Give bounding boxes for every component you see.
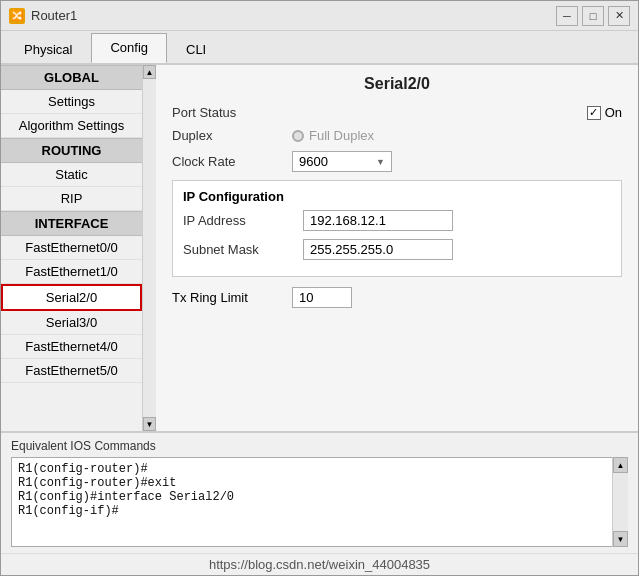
sidebar-item-static[interactable]: Static — [1, 163, 142, 187]
subnet-mask-input[interactable] — [303, 239, 453, 260]
full-duplex-radio[interactable]: Full Duplex — [292, 128, 374, 143]
window-controls: ─ □ ✕ — [556, 6, 630, 26]
sidebar-item-serial30[interactable]: Serial3/0 — [1, 311, 142, 335]
console-line-2: R1(config-router)#exit — [18, 476, 607, 490]
equiv-ios-label: Equivalent IOS Commands — [11, 439, 628, 453]
radio-dot-icon — [292, 130, 304, 142]
ip-address-label: IP Address — [183, 213, 303, 228]
sidebar-item-fe00[interactable]: FastEthernet0/0 — [1, 236, 142, 260]
app-icon: 🔀 — [9, 8, 25, 24]
config-panel: Serial2/0 Port Status ✓ On Duplex Full D… — [156, 65, 638, 431]
close-button[interactable]: ✕ — [608, 6, 630, 26]
clock-rate-row: Clock Rate 9600 ▼ — [172, 151, 622, 172]
sidebar-item-algorithm-settings[interactable]: Algorithm Settings — [1, 114, 142, 138]
ip-address-row: IP Address — [183, 210, 611, 231]
sidebar-item-fe50[interactable]: FastEthernet5/0 — [1, 359, 142, 383]
watermark: https://blog.csdn.net/weixin_44004835 — [1, 553, 638, 575]
clock-rate-value: 9600 — [299, 154, 328, 169]
sidebar-scroll-up[interactable]: ▲ — [143, 65, 156, 79]
console-box[interactable]: R1(config-router)# R1(config-router)#exi… — [11, 457, 628, 547]
subnet-mask-label: Subnet Mask — [183, 242, 303, 257]
clock-rate-select[interactable]: 9600 ▼ — [292, 151, 392, 172]
tx-ring-row: Tx Ring Limit — [172, 287, 622, 308]
tab-config[interactable]: Config — [91, 33, 167, 63]
equiv-ios-section: Equivalent IOS Commands R1(config-router… — [1, 431, 638, 553]
sidebar: GLOBAL Settings Algorithm Settings ROUTI… — [1, 65, 156, 431]
port-status-label: Port Status — [172, 105, 292, 120]
tx-ring-label: Tx Ring Limit — [172, 290, 292, 305]
sidebar-header-global: GLOBAL — [1, 65, 142, 90]
maximize-button[interactable]: □ — [582, 6, 604, 26]
panel-title: Serial2/0 — [172, 75, 622, 93]
console-scrollbar: ▲ ▼ — [612, 457, 628, 547]
tx-ring-input[interactable] — [292, 287, 352, 308]
clock-rate-label: Clock Rate — [172, 154, 292, 169]
duplex-label: Duplex — [172, 128, 292, 143]
subnet-mask-row: Subnet Mask — [183, 239, 611, 260]
console-scroll-down[interactable]: ▼ — [613, 531, 628, 547]
tab-physical[interactable]: Physical — [5, 35, 91, 63]
on-checkbox[interactable]: ✓ — [587, 106, 601, 120]
sidebar-item-fe10[interactable]: FastEthernet1/0 — [1, 260, 142, 284]
sidebar-item-rip[interactable]: RIP — [1, 187, 142, 211]
sidebar-item-fe40[interactable]: FastEthernet4/0 — [1, 335, 142, 359]
main-window: 🔀 Router1 ─ □ ✕ Physical Config CLI GLOB… — [0, 0, 639, 576]
dropdown-arrow-icon: ▼ — [376, 157, 385, 167]
tab-bar: Physical Config CLI — [1, 31, 638, 65]
console-wrapper: R1(config-router)# R1(config-router)#exi… — [11, 457, 628, 547]
full-duplex-label: Full Duplex — [309, 128, 374, 143]
sidebar-header-routing: ROUTING — [1, 138, 142, 163]
ip-config-section: IP Configuration IP Address Subnet Mask — [172, 180, 622, 277]
sidebar-scrollbar: ▲ ▼ — [142, 65, 156, 431]
sidebar-scroll-down[interactable]: ▼ — [143, 417, 156, 431]
console-line-3: R1(config)#interface Serial2/0 — [18, 490, 607, 504]
sidebar-item-serial20[interactable]: Serial2/0 — [1, 284, 142, 311]
sidebar-item-settings[interactable]: Settings — [1, 90, 142, 114]
content-area: GLOBAL Settings Algorithm Settings ROUTI… — [1, 65, 638, 431]
sidebar-header-interface: INTERFACE — [1, 211, 142, 236]
window-title: Router1 — [31, 8, 556, 23]
on-checkbox-container: ✓ On — [587, 105, 622, 120]
console-line-4: R1(config-if)# — [18, 504, 607, 518]
ip-address-input[interactable] — [303, 210, 453, 231]
duplex-row: Duplex Full Duplex — [172, 128, 622, 143]
console-line-1: R1(config-router)# — [18, 462, 607, 476]
ip-config-title: IP Configuration — [183, 189, 611, 204]
titlebar: 🔀 Router1 ─ □ ✕ — [1, 1, 638, 31]
tab-cli[interactable]: CLI — [167, 35, 225, 63]
console-scroll-up[interactable]: ▲ — [613, 457, 628, 473]
on-label: On — [605, 105, 622, 120]
minimize-button[interactable]: ─ — [556, 6, 578, 26]
port-status-row: Port Status ✓ On — [172, 105, 622, 120]
